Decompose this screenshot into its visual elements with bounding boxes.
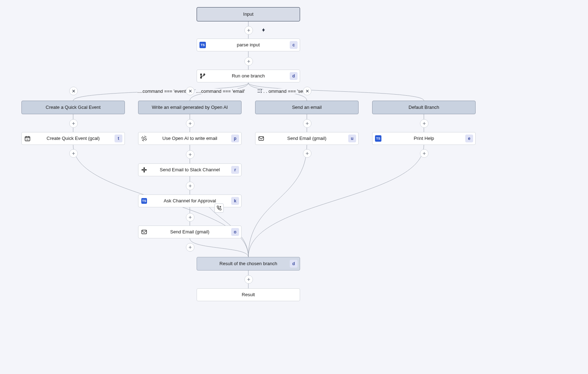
- node-create-quick-event[interactable]: 31 Create Quick Event (gcal) t: [21, 132, 125, 145]
- node-print-help[interactable]: TS Print Help e: [372, 132, 476, 145]
- svg-rect-11: [259, 137, 264, 141]
- node-result-branch[interactable]: Result of the chosen branch d: [197, 257, 300, 271]
- add-step-button[interactable]: [303, 149, 311, 158]
- add-step-button[interactable]: [69, 119, 78, 128]
- node-run-branch-label: Run one branch: [207, 73, 290, 79]
- node-send-slack-label: Send Email to Slack Channel: [148, 167, 231, 173]
- node-send-gmail-1-label: Send Email (gmail): [265, 135, 348, 142]
- add-step-button[interactable]: [186, 213, 194, 222]
- node-send-slack-key: r: [231, 166, 239, 174]
- node-result-branch-key: d: [290, 260, 298, 268]
- node-parse-input-key: c: [290, 41, 298, 49]
- node-parse-input[interactable]: TS parse input c: [197, 39, 300, 51]
- node-ask-approval[interactable]: TS Ask Channel for Approval k: [138, 194, 242, 207]
- svg-rect-6: [144, 167, 145, 170]
- reorder-branch-button[interactable]: [255, 87, 263, 95]
- node-result[interactable]: Result: [197, 288, 300, 301]
- branch-head-openai-label: Write an email generated by Open AI: [138, 104, 241, 111]
- openai-icon: [140, 134, 148, 143]
- node-use-openai-label: Use Open AI to write email: [148, 135, 231, 142]
- branch-condition-event: ....command === 'event': [137, 89, 187, 94]
- svg-point-5: [143, 137, 145, 140]
- typescript-icon: TS: [198, 41, 207, 49]
- approval-call-badge: [214, 203, 224, 213]
- add-step-button[interactable]: [186, 243, 194, 252]
- node-create-quick-event-label: Create Quick Event (gcal): [32, 135, 115, 142]
- svg-rect-9: [145, 170, 147, 171]
- node-parse-input-label: parse input: [207, 42, 290, 48]
- add-step-button[interactable]: [244, 26, 253, 35]
- branch-head-openai[interactable]: Write an email generated by Open AI: [138, 101, 242, 114]
- branch-condition-send: . . ommand === 'send': [263, 89, 309, 94]
- node-send-gmail-1[interactable]: Send Email (gmail) u: [255, 132, 359, 145]
- calendar-icon: 31: [23, 134, 32, 143]
- add-step-button[interactable]: [303, 119, 311, 128]
- svg-text:31: 31: [26, 138, 29, 141]
- node-run-branch[interactable]: Run one branch d: [197, 70, 300, 82]
- add-step-button[interactable]: [420, 149, 429, 158]
- svg-rect-10: [142, 230, 147, 234]
- node-input[interactable]: Input: [197, 7, 300, 21]
- branch-head-gcal-label: Create a Quick Gcal Event: [22, 104, 125, 111]
- svg-point-2: [204, 74, 205, 75]
- node-use-openai-key: p: [231, 135, 239, 142]
- node-result-branch-label: Result of the chosen branch: [207, 261, 290, 267]
- remove-branch-button[interactable]: ✕: [186, 87, 194, 95]
- slack-icon: [140, 166, 148, 174]
- node-use-openai[interactable]: Use Open AI to write email p: [138, 132, 242, 145]
- node-send-gmail-2-label: Send Email (gmail): [148, 229, 231, 235]
- remove-branch-button[interactable]: ✕: [69, 87, 78, 95]
- branch-head-gcal[interactable]: Create a Quick Gcal Event: [21, 101, 125, 114]
- branch-head-default[interactable]: Default Branch: [372, 101, 476, 114]
- svg-rect-8: [144, 170, 145, 173]
- plus-icon: [247, 59, 251, 64]
- node-result-label: Result: [197, 292, 300, 298]
- add-step-button[interactable]: [420, 119, 429, 128]
- flow-wires: [0, 0, 588, 374]
- branch-head-default-label: Default Branch: [372, 104, 475, 111]
- add-step-button[interactable]: [186, 119, 194, 128]
- branch-head-send[interactable]: Send an email: [255, 101, 359, 114]
- svg-point-1: [201, 77, 202, 78]
- add-step-button[interactable]: [186, 182, 194, 190]
- branch-icon: [198, 72, 207, 80]
- svg-rect-7: [142, 170, 144, 171]
- node-send-slack[interactable]: Send Email to Slack Channel r: [138, 163, 242, 176]
- svg-point-0: [201, 74, 202, 75]
- remove-branch-button[interactable]: ✕: [303, 87, 311, 95]
- typescript-icon: TS: [374, 134, 382, 143]
- gmail-icon: [140, 228, 148, 236]
- gmail-icon: [257, 134, 265, 143]
- node-send-gmail-2[interactable]: Send Email (gmail) o: [138, 226, 242, 238]
- typescript-icon: TS: [140, 197, 148, 205]
- node-print-help-key: e: [465, 135, 473, 142]
- node-create-quick-event-key: t: [115, 135, 122, 142]
- branch-head-send-label: Send an email: [255, 104, 358, 111]
- trigger-icon: [260, 26, 267, 34]
- node-send-gmail-2-key: o: [231, 228, 239, 236]
- add-step-button[interactable]: [69, 149, 78, 158]
- node-ask-approval-key: k: [231, 197, 239, 205]
- branch-condition-email: ....command === 'email': [196, 89, 245, 94]
- node-send-gmail-1-key: u: [348, 135, 356, 142]
- add-step-button[interactable]: [244, 275, 253, 284]
- plus-icon: [247, 28, 251, 32]
- node-input-label: Input: [197, 11, 300, 17]
- add-step-button[interactable]: [244, 57, 253, 66]
- add-step-button[interactable]: [186, 150, 194, 159]
- node-print-help-label: Print Help: [382, 135, 465, 142]
- node-run-branch-key: d: [290, 72, 298, 80]
